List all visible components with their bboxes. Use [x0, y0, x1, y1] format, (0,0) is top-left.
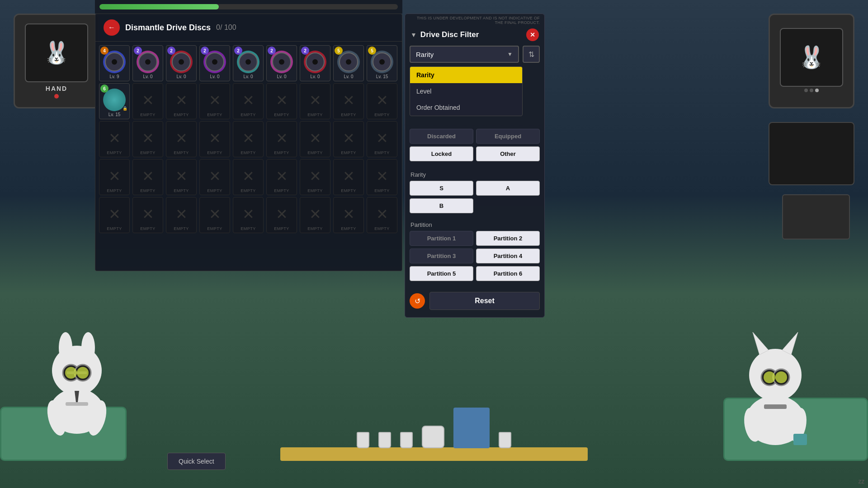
empty-x-icon: ✕ [343, 168, 355, 185]
filter-close-button[interactable]: ✕ [526, 28, 539, 41]
svg-marker-16 [782, 332, 798, 355]
disc-empty-r4c6[interactable]: ✕EMPTY [300, 197, 330, 233]
disc-empty-r4c7[interactable]: ✕EMPTY [333, 197, 364, 233]
disc-empty-r3c5[interactable]: ✕EMPTY [266, 159, 297, 195]
main-panel: ← Dismantle Drive Discs 0/ 100 4Lv. 92Lv… [95, 14, 402, 271]
disc-empty-r4c1[interactable]: ✕EMPTY [132, 197, 163, 233]
disc-empty-r4c2[interactable]: ✕EMPTY [166, 197, 197, 233]
svg-rect-21 [764, 404, 787, 409]
disc-badge-0: 4 [100, 47, 108, 55]
disc-item-7[interactable]: 5Lv. 0 [333, 45, 364, 81]
disc-empty-r1c5[interactable]: ✕EMPTY [266, 83, 297, 119]
disc-empty-r2c7[interactable]: ✕EMPTY [333, 121, 364, 157]
status-locked[interactable]: Locked [410, 146, 473, 161]
empty-x-icon: ✕ [209, 92, 221, 109]
back-button[interactable]: ← [104, 19, 120, 36]
quick-select-button[interactable]: Quick Select [167, 453, 226, 470]
disc-item-3[interactable]: 2Lv. 0 [199, 45, 230, 81]
sort-option-rarity[interactable]: Rarity [410, 67, 522, 83]
empty-label: EMPTY [374, 113, 390, 117]
disc-empty-r4c4[interactable]: ✕EMPTY [233, 197, 264, 233]
disc-empty-r1c4[interactable]: ✕EMPTY [233, 83, 264, 119]
sort-order-button[interactable]: ⇅ [523, 46, 540, 63]
status-equipped[interactable]: Equipped [476, 129, 540, 144]
disc-empty-r1c8[interactable]: ✕EMPTY [367, 83, 397, 119]
partition-5[interactable]: Partition 5 [410, 266, 473, 281]
disc-empty-r1c2[interactable]: ✕EMPTY [166, 83, 197, 119]
disc-empty-r2c6[interactable]: ✕EMPTY [300, 121, 330, 157]
disc-empty-r1c1[interactable]: ✕EMPTY [132, 83, 163, 119]
disc-empty-r4c8[interactable]: ✕EMPTY [367, 197, 397, 233]
disc-empty-r2c3[interactable]: ✕EMPTY [199, 121, 230, 157]
partition-3[interactable]: Partition 3 [410, 249, 473, 263]
disc-item-r2c1[interactable]: 6Lv. 15🔒 [99, 83, 130, 119]
disc-item-4[interactable]: 2Lv. 0 [233, 45, 264, 81]
empty-x-icon: ✕ [376, 130, 388, 147]
disc-empty-r2c4[interactable]: ✕EMPTY [233, 121, 264, 157]
disc-item-1[interactable]: 2Lv. 0 [132, 45, 163, 81]
disc-level-0: Lv. 9 [110, 74, 119, 79]
tv-right-dots [801, 87, 822, 94]
empty-x-icon: ✕ [142, 92, 154, 109]
empty-x-icon: ✕ [175, 206, 188, 223]
disc-empty-r2c5[interactable]: ✕EMPTY [266, 121, 297, 157]
rarity-a[interactable]: A [476, 181, 540, 196]
disc-empty-r4c5[interactable]: ✕EMPTY [266, 197, 297, 233]
empty-label: EMPTY [174, 188, 189, 193]
empty-label: EMPTY [207, 150, 222, 155]
disc-empty-r1c3[interactable]: ✕EMPTY [199, 83, 230, 119]
svg-point-8 [77, 367, 89, 379]
filter-title-text: Drive Disc Filter [420, 30, 479, 39]
disc-item-8[interactable]: 5Lv. 15 [367, 45, 397, 81]
sort-dropdown-menu: Rarity Level Order Obtained [410, 66, 523, 116]
tv-right-bunny: 🐰 [798, 45, 825, 70]
partition-1[interactable]: Partition 1 [410, 231, 473, 246]
rarity-label: Rarity [410, 171, 540, 178]
disc-item-0[interactable]: 4Lv. 9 [99, 45, 130, 81]
svg-rect-24 [793, 434, 807, 445]
disc-empty-r1c7[interactable]: ✕EMPTY [333, 83, 364, 119]
disc-badge-6: 2 [301, 47, 309, 55]
status-other[interactable]: Other [476, 146, 540, 161]
partition-4[interactable]: Partition 4 [476, 249, 540, 263]
empty-label: EMPTY [341, 150, 356, 155]
partition-6[interactable]: Partition 6 [476, 266, 540, 281]
disc-empty-r4c3[interactable]: ✕EMPTY [199, 197, 230, 233]
disc-empty-r3c8[interactable]: ✕EMPTY [367, 159, 397, 195]
empty-x-icon: ✕ [209, 206, 221, 223]
reset-button[interactable]: Reset [429, 292, 540, 310]
disc-empty-r3c6[interactable]: ✕EMPTY [300, 159, 330, 195]
empty-x-icon: ✕ [376, 92, 388, 109]
disc-item-6[interactable]: 2Lv. 0 [300, 45, 330, 81]
sort-option-level[interactable]: Level [410, 83, 522, 99]
disc-empty-r2c0[interactable]: ✕EMPTY [99, 121, 130, 157]
disc-empty-r2c1[interactable]: ✕EMPTY [132, 121, 163, 157]
disc-empty-r1c6[interactable]: ✕EMPTY [300, 83, 330, 119]
disc-empty-r3c2[interactable]: ✕EMPTY [166, 159, 197, 195]
cup-1 [357, 432, 369, 448]
disc-empty-r3c3[interactable]: ✕EMPTY [199, 159, 230, 195]
disc-empty-r3c7[interactable]: ✕EMPTY [333, 159, 364, 195]
sort-option-order[interactable]: Order Obtained [410, 99, 522, 116]
partition-2[interactable]: Partition 2 [476, 231, 540, 246]
disc-item-2[interactable]: 2Lv. 0 [166, 45, 197, 81]
character-left [27, 285, 127, 443]
disc-empty-r3c4[interactable]: ✕EMPTY [233, 159, 264, 195]
sort-dropdown[interactable]: Rarity ▼ [410, 46, 519, 63]
disc-item-5[interactable]: 2Lv. 0 [266, 45, 297, 81]
disc-empty-r3c0[interactable]: ✕EMPTY [99, 159, 130, 195]
svg-point-26 [112, 59, 117, 65]
rarity-s[interactable]: S [410, 181, 473, 196]
empty-label: EMPTY [307, 226, 323, 231]
empty-x-icon: ✕ [276, 206, 288, 223]
disc-level-5: Lv. 0 [277, 74, 287, 79]
status-discarded[interactable]: Discarded [410, 129, 473, 144]
empty-label: EMPTY [374, 188, 390, 193]
disc-empty-r4c0[interactable]: ✕EMPTY [99, 197, 130, 233]
disc-empty-r3c1[interactable]: ✕EMPTY [132, 159, 163, 195]
rarity-b[interactable]: B [410, 198, 473, 213]
disc-empty-r2c8[interactable]: ✕EMPTY [367, 121, 397, 157]
svg-point-2 [59, 332, 72, 364]
disc-empty-r2c2[interactable]: ✕EMPTY [166, 121, 197, 157]
empty-x-icon: ✕ [309, 130, 321, 147]
